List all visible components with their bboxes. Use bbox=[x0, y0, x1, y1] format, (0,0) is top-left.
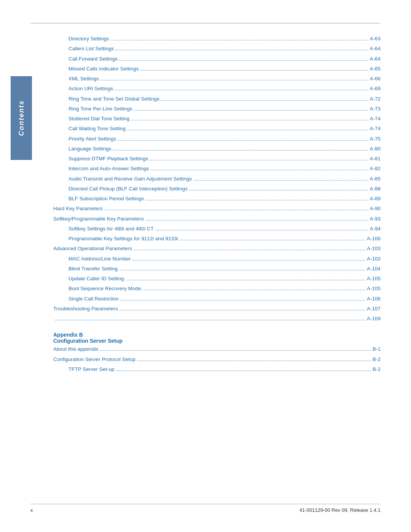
toc-page-ref: A-64 bbox=[370, 45, 381, 53]
appendix-page-ref: B-1 bbox=[373, 345, 381, 353]
toc-page-ref: A-94 bbox=[370, 225, 381, 233]
toc-dots bbox=[119, 310, 365, 310]
toc-dots bbox=[100, 80, 368, 80]
toc-dots bbox=[134, 110, 368, 110]
appendix-page-ref: B-2 bbox=[373, 366, 381, 373]
toc-link[interactable]: XML Settings bbox=[68, 75, 99, 83]
sidebar-text: Contents bbox=[18, 100, 25, 136]
sidebar-label: Contents bbox=[11, 76, 32, 160]
toc-page-ref: A-80 bbox=[370, 145, 381, 153]
toc-link[interactable]: Directory Settings bbox=[68, 35, 109, 43]
toc-link[interactable]: Audio Transmit and Receive Gain Adjustme… bbox=[68, 175, 192, 183]
toc-entry: Hard Key ParametersA-90 bbox=[53, 205, 381, 212]
toc-entry: Advanced Operational ParametersA-103 bbox=[53, 245, 381, 252]
appendix-link[interactable]: About this appendix bbox=[53, 345, 99, 353]
toc-link[interactable]: Action URI Settings bbox=[68, 85, 113, 93]
toc-entry: Directory SettingsA-63 bbox=[53, 35, 381, 43]
toc-page-ref: A-104 bbox=[367, 265, 381, 273]
toc-dots bbox=[145, 200, 368, 200]
toc-page-ref: A-93 bbox=[370, 215, 381, 223]
toc-dots bbox=[155, 230, 368, 230]
toc-dots bbox=[134, 250, 365, 250]
toc-entry: Programmable Key Settings for 9112i and … bbox=[53, 235, 381, 243]
toc-link[interactable]: Directed Call Pickup (BLF Call Intercept… bbox=[68, 185, 188, 193]
toc-entry: Audio Transmit and Receive Gain Adjustme… bbox=[53, 175, 381, 183]
toc-link[interactable]: Stuttered Dial Tone Setting bbox=[68, 115, 129, 123]
toc-entry: Priority Alert SettingsA-75 bbox=[53, 135, 381, 143]
toc-dots bbox=[55, 320, 365, 320]
toc-dots bbox=[127, 280, 365, 280]
toc-entry: Stuttered Dial Tone SettingA-74 bbox=[53, 115, 381, 123]
bottom-bar: x 41-001129-00 Rev 09, Release 1.4.1 bbox=[30, 504, 381, 513]
toc-link[interactable]: Language Settings bbox=[68, 145, 112, 153]
toc-entry: Softkey Settings for 480i and 480i CTA-9… bbox=[53, 225, 381, 233]
top-border bbox=[30, 23, 381, 24]
toc-page-ref: A-74 bbox=[370, 125, 381, 133]
toc-dots bbox=[132, 260, 365, 260]
toc-link[interactable]: Softkey/Programmable Key Parameters bbox=[53, 215, 144, 223]
toc-page-ref: A-73 bbox=[370, 105, 381, 113]
toc-page-ref: A-63 bbox=[370, 35, 381, 43]
toc-link[interactable]: Blind Transfer Setting. bbox=[68, 265, 119, 273]
page-container: Contents Directory SettingsA-63Callers L… bbox=[0, 0, 411, 532]
toc-entry: Missed Calls Indicator SettingsA-65 bbox=[53, 65, 381, 73]
appendix-title: Appendix B bbox=[53, 332, 381, 338]
toc-page-ref: A-74 bbox=[370, 115, 381, 123]
toc-entry: Softkey/Programmable Key ParametersA-93 bbox=[53, 215, 381, 223]
toc-dots bbox=[104, 210, 368, 210]
toc-dots bbox=[189, 190, 368, 190]
appendix-subtitle: Configuration Server Setup bbox=[53, 338, 381, 344]
toc-page-ref: A-88 bbox=[370, 185, 381, 193]
toc-entry: Directed Call Pickup (BLF Call Intercept… bbox=[53, 185, 381, 193]
toc-dots bbox=[119, 60, 368, 61]
toc-link[interactable]: Call Waiting Tone Setting bbox=[68, 125, 126, 133]
toc-dots bbox=[151, 170, 368, 170]
toc-page-ref: A-85 bbox=[370, 175, 381, 183]
toc-link[interactable]: Troubleshooting Parameters bbox=[53, 305, 118, 313]
toc-link[interactable]: Callers List Settings bbox=[68, 45, 114, 53]
toc-dots bbox=[179, 240, 365, 240]
toc-page-ref: A-105 bbox=[367, 275, 381, 283]
toc-page-ref: A-72 bbox=[370, 95, 381, 103]
toc-page-ref: A-103 bbox=[367, 255, 381, 263]
toc-link[interactable]: BLF Subscription Period Settings bbox=[68, 195, 144, 203]
toc-page-ref: A-100 bbox=[367, 235, 381, 243]
toc-page-ref: A-81 bbox=[370, 155, 381, 163]
toc-dots bbox=[150, 160, 368, 160]
toc-link[interactable]: Softkey Settings for 480i and 480i CT bbox=[68, 225, 154, 233]
toc-link[interactable]: Call Forward Settings bbox=[68, 55, 118, 63]
toc-link[interactable]: Single Call Restriction bbox=[68, 295, 119, 303]
appendix-dots bbox=[100, 350, 371, 351]
toc-link[interactable]: Missed Calls Indicator Settings bbox=[68, 65, 139, 73]
toc-entry: Call Forward SettingsA-64 bbox=[53, 55, 381, 63]
appendix-link[interactable]: Configuration Server Protocol Setup bbox=[53, 356, 135, 363]
toc-entry: Action URI SettingsA-69 bbox=[53, 85, 381, 93]
appendix-page-ref: B-2 bbox=[373, 356, 381, 363]
toc-page-ref: A-75 bbox=[370, 135, 381, 143]
toc-page-ref: A-89 bbox=[370, 195, 381, 203]
toc-link[interactable]: Priority Alert Settings bbox=[68, 135, 116, 143]
toc-link[interactable]: Ring Tone Per-Line Settings bbox=[68, 105, 132, 113]
toc-link[interactable]: Ring Tone and Tone Set Global Settings bbox=[68, 95, 159, 103]
toc-page-ref: A-82 bbox=[370, 165, 381, 173]
toc-page-ref: A-106 bbox=[367, 295, 381, 303]
toc-link[interactable]: Boot Sequence Recovery Mode. bbox=[68, 285, 142, 292]
appendix-link[interactable]: TFTP Server Set-up bbox=[68, 366, 115, 373]
toc-link[interactable]: MAC Address/Line Number bbox=[68, 255, 131, 263]
toc-link[interactable]: Suppress DTMF Playback Settings bbox=[68, 155, 148, 163]
toc-link[interactable]: Advanced Operational Parameters bbox=[53, 245, 132, 252]
toc-page-ref: A-105 bbox=[367, 285, 381, 292]
toc-entry: Boot Sequence Recovery Mode.A-105 bbox=[53, 285, 381, 292]
toc-link[interactable]: Programmable Key Settings for 9112i and … bbox=[68, 235, 178, 243]
toc-page-ref: A-109 bbox=[367, 315, 381, 323]
toc-entry: Intercom and Auto-Answer SettingsA-82 bbox=[53, 165, 381, 173]
toc-entry: Language SettingsA-80 bbox=[53, 145, 381, 153]
appendix-entry: TFTP Server Set-upB-2 bbox=[53, 366, 381, 373]
toc-link[interactable]: Intercom and Auto-Answer Settings bbox=[68, 165, 149, 173]
toc-link[interactable]: Hard Key Parameters bbox=[53, 205, 103, 212]
toc-link[interactable]: Update Caller ID Setting. bbox=[68, 275, 125, 283]
toc-dots bbox=[120, 300, 365, 300]
appendix-header: Appendix B Configuration Server Setup bbox=[53, 332, 381, 344]
toc-entry: Single Call RestrictionA-106 bbox=[53, 295, 381, 303]
content-area: Directory SettingsA-63Callers List Setti… bbox=[53, 35, 381, 373]
